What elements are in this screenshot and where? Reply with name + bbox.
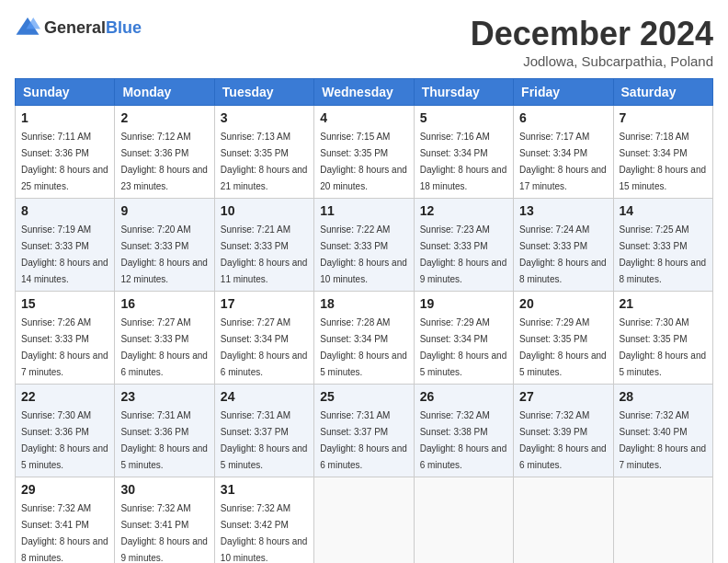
day-info: Sunrise: 7:32 AMSunset: 3:40 PMDaylight:… bbox=[620, 410, 707, 470]
day-number: 28 bbox=[620, 389, 707, 404]
calendar-cell: 24 Sunrise: 7:31 AMSunset: 3:37 PMDaylig… bbox=[214, 385, 313, 477]
day-number: 8 bbox=[21, 203, 108, 218]
day-info: Sunrise: 7:12 AMSunset: 3:36 PMDaylight:… bbox=[120, 132, 208, 191]
day-info: Sunrise: 7:24 AMSunset: 3:33 PMDaylight:… bbox=[519, 224, 607, 284]
day-number: 14 bbox=[620, 203, 707, 218]
header-monday: Monday bbox=[115, 79, 214, 106]
day-number: 18 bbox=[320, 296, 407, 311]
calendar-cell: 25 Sunrise: 7:31 AMSunset: 3:37 PMDaylig… bbox=[314, 385, 414, 477]
day-number: 22 bbox=[21, 389, 108, 404]
day-number: 15 bbox=[21, 296, 108, 311]
calendar-cell: 23 Sunrise: 7:31 AMSunset: 3:36 PMDaylig… bbox=[115, 385, 214, 477]
day-info: Sunrise: 7:17 AMSunset: 3:34 PMDaylight:… bbox=[519, 132, 607, 191]
day-number: 30 bbox=[120, 482, 208, 497]
calendar-cell: 16 Sunrise: 7:27 AMSunset: 3:33 PMDaylig… bbox=[115, 292, 214, 385]
logo-icon bbox=[15, 15, 40, 40]
day-number: 4 bbox=[320, 110, 407, 125]
calendar-cell: 17 Sunrise: 7:27 AMSunset: 3:34 PMDaylig… bbox=[214, 292, 313, 385]
day-number: 31 bbox=[221, 482, 308, 497]
header-thursday: Thursday bbox=[414, 79, 513, 106]
title-area: December 2024 Jodlowa, Subcarpathia, Pol… bbox=[471, 15, 713, 69]
day-info: Sunrise: 7:13 AMSunset: 3:35 PMDaylight:… bbox=[221, 132, 308, 191]
header-saturday: Saturday bbox=[613, 79, 712, 106]
day-number: 19 bbox=[420, 296, 507, 311]
calendar-cell: 10 Sunrise: 7:21 AMSunset: 3:33 PMDaylig… bbox=[214, 199, 313, 292]
day-number: 2 bbox=[120, 110, 208, 125]
day-info: Sunrise: 7:32 AMSunset: 3:41 PMDaylight:… bbox=[21, 503, 108, 563]
calendar-cell bbox=[514, 477, 613, 564]
day-info: Sunrise: 7:28 AMSunset: 3:34 PMDaylight:… bbox=[320, 317, 407, 377]
calendar-cell: 21 Sunrise: 7:30 AMSunset: 3:35 PMDaylig… bbox=[613, 292, 712, 385]
calendar-cell: 31 Sunrise: 7:32 AMSunset: 3:42 PMDaylig… bbox=[214, 477, 313, 564]
calendar-cell: 22 Sunrise: 7:30 AMSunset: 3:36 PMDaylig… bbox=[16, 385, 115, 477]
calendar-cell: 18 Sunrise: 7:28 AMSunset: 3:34 PMDaylig… bbox=[314, 292, 414, 385]
day-number: 12 bbox=[420, 203, 507, 218]
calendar-cell: 6 Sunrise: 7:17 AMSunset: 3:34 PMDayligh… bbox=[514, 106, 613, 199]
calendar-cell: 7 Sunrise: 7:18 AMSunset: 3:34 PMDayligh… bbox=[613, 106, 712, 199]
day-info: Sunrise: 7:32 AMSunset: 3:41 PMDaylight:… bbox=[120, 503, 208, 563]
day-info: Sunrise: 7:29 AMSunset: 3:35 PMDaylight:… bbox=[519, 317, 607, 377]
day-number: 7 bbox=[620, 110, 707, 125]
calendar-cell: 12 Sunrise: 7:23 AMSunset: 3:33 PMDaylig… bbox=[414, 199, 513, 292]
calendar-cell: 1 Sunrise: 7:11 AMSunset: 3:36 PMDayligh… bbox=[16, 106, 115, 199]
calendar-cell: 26 Sunrise: 7:32 AMSunset: 3:38 PMDaylig… bbox=[414, 385, 513, 477]
weekday-header-row: Sunday Monday Tuesday Wednesday Thursday… bbox=[16, 79, 713, 106]
calendar-cell: 9 Sunrise: 7:20 AMSunset: 3:33 PMDayligh… bbox=[115, 199, 214, 292]
day-number: 27 bbox=[519, 389, 607, 404]
day-number: 13 bbox=[519, 203, 607, 218]
calendar-cell: 27 Sunrise: 7:32 AMSunset: 3:39 PMDaylig… bbox=[514, 385, 613, 477]
calendar-week-row: 29 Sunrise: 7:32 AMSunset: 3:41 PMDaylig… bbox=[16, 477, 713, 564]
day-number: 5 bbox=[420, 110, 507, 125]
header-sunday: Sunday bbox=[16, 79, 115, 106]
calendar-cell bbox=[613, 477, 712, 564]
day-info: Sunrise: 7:26 AMSunset: 3:33 PMDaylight:… bbox=[21, 317, 108, 377]
day-info: Sunrise: 7:15 AMSunset: 3:35 PMDaylight:… bbox=[320, 132, 407, 191]
day-info: Sunrise: 7:11 AMSunset: 3:36 PMDaylight:… bbox=[21, 132, 108, 191]
calendar-cell: 29 Sunrise: 7:32 AMSunset: 3:41 PMDaylig… bbox=[16, 477, 115, 564]
calendar-cell bbox=[314, 477, 414, 564]
day-info: Sunrise: 7:30 AMSunset: 3:35 PMDaylight:… bbox=[620, 317, 707, 377]
month-title: December 2024 bbox=[471, 15, 713, 53]
day-info: Sunrise: 7:31 AMSunset: 3:36 PMDaylight:… bbox=[120, 410, 208, 470]
day-number: 25 bbox=[320, 389, 407, 404]
day-info: Sunrise: 7:32 AMSunset: 3:42 PMDaylight:… bbox=[221, 503, 308, 563]
day-info: Sunrise: 7:21 AMSunset: 3:33 PMDaylight:… bbox=[221, 224, 308, 284]
calendar-cell: 15 Sunrise: 7:26 AMSunset: 3:33 PMDaylig… bbox=[16, 292, 115, 385]
calendar-cell: 20 Sunrise: 7:29 AMSunset: 3:35 PMDaylig… bbox=[514, 292, 613, 385]
calendar-cell: 30 Sunrise: 7:32 AMSunset: 3:41 PMDaylig… bbox=[115, 477, 214, 564]
day-number: 24 bbox=[221, 389, 308, 404]
header: GeneralBlue December 2024 Jodlowa, Subca… bbox=[15, 15, 713, 69]
header-friday: Friday bbox=[514, 79, 613, 106]
calendar-cell: 5 Sunrise: 7:16 AMSunset: 3:34 PMDayligh… bbox=[414, 106, 513, 199]
logo-blue: Blue bbox=[106, 18, 142, 37]
day-info: Sunrise: 7:22 AMSunset: 3:33 PMDaylight:… bbox=[320, 224, 407, 284]
logo: GeneralBlue bbox=[15, 15, 142, 40]
day-number: 23 bbox=[120, 389, 208, 404]
day-number: 26 bbox=[420, 389, 507, 404]
day-number: 6 bbox=[519, 110, 607, 125]
day-info: Sunrise: 7:25 AMSunset: 3:33 PMDaylight:… bbox=[620, 224, 707, 284]
day-number: 11 bbox=[320, 203, 407, 218]
calendar-cell: 28 Sunrise: 7:32 AMSunset: 3:40 PMDaylig… bbox=[613, 385, 712, 477]
day-number: 10 bbox=[221, 203, 308, 218]
calendar-table: Sunday Monday Tuesday Wednesday Thursday… bbox=[15, 78, 713, 563]
day-info: Sunrise: 7:29 AMSunset: 3:34 PMDaylight:… bbox=[420, 317, 507, 377]
day-info: Sunrise: 7:20 AMSunset: 3:33 PMDaylight:… bbox=[120, 224, 208, 284]
calendar-week-row: 15 Sunrise: 7:26 AMSunset: 3:33 PMDaylig… bbox=[16, 292, 713, 385]
calendar-week-row: 8 Sunrise: 7:19 AMSunset: 3:33 PMDayligh… bbox=[16, 199, 713, 292]
header-tuesday: Tuesday bbox=[214, 79, 313, 106]
calendar-cell: 19 Sunrise: 7:29 AMSunset: 3:34 PMDaylig… bbox=[414, 292, 513, 385]
calendar-cell: 11 Sunrise: 7:22 AMSunset: 3:33 PMDaylig… bbox=[314, 199, 414, 292]
day-info: Sunrise: 7:31 AMSunset: 3:37 PMDaylight:… bbox=[221, 410, 308, 470]
day-number: 9 bbox=[120, 203, 208, 218]
day-info: Sunrise: 7:27 AMSunset: 3:34 PMDaylight:… bbox=[221, 317, 308, 377]
day-info: Sunrise: 7:30 AMSunset: 3:36 PMDaylight:… bbox=[21, 410, 108, 470]
day-info: Sunrise: 7:32 AMSunset: 3:38 PMDaylight:… bbox=[420, 410, 507, 470]
day-info: Sunrise: 7:32 AMSunset: 3:39 PMDaylight:… bbox=[519, 410, 607, 470]
day-info: Sunrise: 7:23 AMSunset: 3:33 PMDaylight:… bbox=[420, 224, 507, 284]
day-number: 3 bbox=[221, 110, 308, 125]
calendar-week-row: 1 Sunrise: 7:11 AMSunset: 3:36 PMDayligh… bbox=[16, 106, 713, 199]
calendar-cell: 14 Sunrise: 7:25 AMSunset: 3:33 PMDaylig… bbox=[613, 199, 712, 292]
calendar-cell: 4 Sunrise: 7:15 AMSunset: 3:35 PMDayligh… bbox=[314, 106, 414, 199]
logo-text: GeneralBlue bbox=[44, 18, 142, 38]
